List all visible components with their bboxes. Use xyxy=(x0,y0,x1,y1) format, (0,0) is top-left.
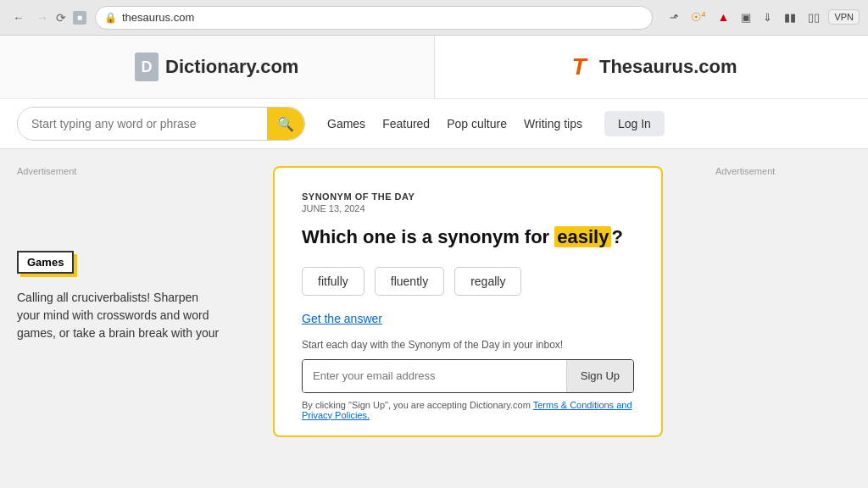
choice-regally[interactable]: regally xyxy=(454,267,521,296)
nav-buttons: ← → ⟳ xyxy=(8,9,66,26)
choice-fluently[interactable]: fluently xyxy=(375,267,444,296)
email-signup-row: Sign Up xyxy=(302,359,634,393)
thes-logo-icon: T xyxy=(565,53,593,81)
synonym-card: SYNONYM OF THE DAY JUNE 13, 2024 Which o… xyxy=(273,166,663,437)
ad-label-right: Advertisement xyxy=(715,166,851,176)
security-lock-icon: 🔒 xyxy=(104,12,117,24)
sidebar-description: Calling all cruciverbalists! Sharpen you… xyxy=(17,289,220,342)
thes-t-letter: T xyxy=(571,53,586,80)
dict-logo-name: Dictionary.com xyxy=(165,56,298,78)
email-input[interactable] xyxy=(303,360,566,392)
terms-prefix: By clicking "Sign Up", you are accepting… xyxy=(302,400,533,410)
center-content: SYNONYM OF THE DAY JUNE 13, 2024 Which o… xyxy=(237,166,698,472)
games-tag-container: Games xyxy=(17,251,74,274)
page-icon: ■ xyxy=(77,13,82,22)
nav-writing-tips[interactable]: Writing tips xyxy=(524,117,582,130)
sidebar-left: Advertisement Games Calling all cruciver… xyxy=(0,166,237,472)
sotd-label: SYNONYM OF THE DAY xyxy=(302,191,634,202)
vpn-badge[interactable]: VPN xyxy=(828,9,860,25)
games-sidebar: Games Calling all cruciverbalists! Sharp… xyxy=(17,251,220,342)
forward-button[interactable]: → xyxy=(32,9,53,26)
ad-label-left: Advertisement xyxy=(17,166,220,176)
sotd-date: JUNE 13, 2024 xyxy=(302,203,634,214)
share-button[interactable]: ⬏ xyxy=(666,9,682,25)
dict-logo: D Dictionary.com xyxy=(135,53,298,81)
sotd-question: Which one is a synonym for easily? xyxy=(302,225,634,250)
search-input[interactable] xyxy=(18,108,267,140)
dict-logo-section[interactable]: D Dictionary.com xyxy=(0,36,435,98)
games-tag-label[interactable]: Games xyxy=(17,251,74,274)
search-button[interactable]: 🔍 xyxy=(267,108,304,140)
shield-orange-button[interactable]: ☉4 xyxy=(687,8,709,25)
browser-actions: ⬏ ☉4 ▲ ▣ ⇓ ▮▮ ▯▯ VPN xyxy=(666,8,860,25)
thes-logo-section[interactable]: T Thesaurus.com xyxy=(435,36,869,98)
nav-pop-culture[interactable]: Pop culture xyxy=(447,117,507,130)
sidebar-button[interactable]: ▮▮ xyxy=(781,9,799,25)
signup-button[interactable]: Sign Up xyxy=(566,360,633,392)
dict-logo-icon: D xyxy=(135,53,159,81)
question-word: easily xyxy=(554,226,611,247)
search-bar-container: 🔍 xyxy=(17,107,305,141)
address-bar[interactable]: 🔒 thesaurus.com xyxy=(95,6,653,30)
logo-bar: D Dictionary.com T Thesaurus.com xyxy=(0,36,868,99)
thes-logo: T Thesaurus.com xyxy=(565,53,737,81)
thes-logo-name: Thesaurus.com xyxy=(599,56,737,78)
browser-chrome: ← → ⟳ ■ 🔒 thesaurus.com ⬏ ☉4 ▲ ▣ ⇓ ▮▮ ▯▯… xyxy=(0,0,868,36)
signup-text: Start each day with the Synonym of the D… xyxy=(302,339,634,351)
page-content: D Dictionary.com T Thesaurus.com 🔍 xyxy=(0,36,868,488)
login-button[interactable]: Log In xyxy=(604,111,665,136)
search-icon: 🔍 xyxy=(277,116,294,132)
get-answer-link[interactable]: Get the answer xyxy=(302,312,382,325)
alert-triangle-button[interactable]: ▲ xyxy=(715,8,733,25)
dict-logo-letter: D xyxy=(142,58,153,76)
question-suffix: ? xyxy=(611,226,622,247)
nav-links: Games Featured Pop culture Writing tips … xyxy=(327,111,665,136)
terms-text: By clicking "Sign Up", you are accepting… xyxy=(302,400,634,420)
nav-bar: 🔍 Games Featured Pop culture Writing tip… xyxy=(0,99,868,148)
url-text: thesaurus.com xyxy=(122,11,194,24)
nav-featured[interactable]: Featured xyxy=(382,117,430,130)
bookmarks-button[interactable]: ▯▯ xyxy=(804,9,823,25)
main-content: Advertisement Games Calling all cruciver… xyxy=(0,149,868,488)
answer-choices: fitfully fluently regally xyxy=(302,267,634,296)
extensions-button[interactable]: ▣ xyxy=(737,9,754,25)
download-button[interactable]: ⇓ xyxy=(760,9,776,25)
site-header: D Dictionary.com T Thesaurus.com 🔍 xyxy=(0,36,868,149)
question-prefix: Which one is a synonym for xyxy=(302,226,554,247)
refresh-button[interactable]: ⟳ xyxy=(56,11,66,25)
nav-games[interactable]: Games xyxy=(327,117,365,130)
choice-fitfully[interactable]: fitfully xyxy=(302,267,364,296)
sidebar-right: Advertisement xyxy=(698,166,868,472)
back-button[interactable]: ← xyxy=(8,9,29,26)
